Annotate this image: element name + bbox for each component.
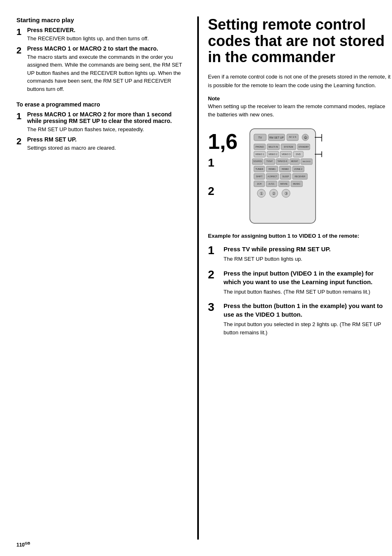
svg-text:RECEIVER: RECEIVER xyxy=(295,175,306,178)
remote-illustration-area: 1,6 1 2 TV RM SET UP AV 1/ 6 ⏻ xyxy=(208,127,392,225)
erase-step2-content: Press RM SET UP. Settings stored as macr… xyxy=(27,136,185,152)
right-step2-content: Press the input button (VIDEO 1 in the e… xyxy=(224,269,392,296)
svg-text:RM SET UP: RM SET UP xyxy=(270,136,284,139)
svg-text:SLEEP: SLEEP xyxy=(282,175,289,178)
right-step2-title: Press the input button (VIDEO 1 in the e… xyxy=(224,269,392,286)
svg-text:②: ② xyxy=(272,191,276,196)
svg-text:A.F.D.: A.F.D. xyxy=(269,183,275,185)
svg-text:VIDEO 2: VIDEO 2 xyxy=(268,153,277,155)
right-step-2: 2 Press the input button (VIDEO 1 in the… xyxy=(208,269,392,296)
svg-text:SYSTEM: SYSTEM xyxy=(284,146,293,148)
svg-text:TV/SAT: TV/SAT xyxy=(267,160,273,162)
left-step2-body: The macro starts and execute the command… xyxy=(27,53,185,93)
left-step1-num: 1 xyxy=(16,27,25,43)
svg-text:SA-CD/CD: SA-CD/CD xyxy=(303,160,311,162)
right-step1-num: 1 xyxy=(208,245,220,263)
right-step-1: 1 Press TV while pressing RM SET UP. The… xyxy=(208,245,392,263)
svg-text:ZONE 2: ZONE 2 xyxy=(294,168,302,170)
left-column: Starting macro play 1 Press RECEIVER. Th… xyxy=(16,16,197,540)
note-title: Note xyxy=(208,95,392,102)
svg-text:①: ① xyxy=(260,191,263,196)
svg-text:A.DIRECT: A.DIRECT xyxy=(268,175,277,178)
section2-title: To erase a programmed macro xyxy=(16,101,185,108)
svg-text:HDMI2: HDMI2 xyxy=(282,168,289,170)
remote-step-numbers: 1,6 1 2 xyxy=(208,127,238,199)
erase-step1-content: Press MACRO 1 or MACRO 2 for more than 1… xyxy=(27,111,185,134)
remote-svg-container: TV RM SET UP AV 1/ 6 ⏻ PHONO MULTI IN SY… xyxy=(242,127,324,225)
section-erase-macro: To erase a programmed macro 1 Press MACR… xyxy=(16,101,185,152)
svg-text:DVD: DVD xyxy=(296,153,301,155)
svg-text:AV 1/ 6: AV 1/ 6 xyxy=(289,136,296,138)
remote-step-2: 2 xyxy=(208,184,238,199)
left-step1-title: Press RECEIVER. xyxy=(27,27,185,33)
left-step2-content: Press MACRO 1 or MACRO 2 to start the ma… xyxy=(27,45,185,93)
erase-step1-num: 1 xyxy=(16,111,25,134)
svg-text:③: ③ xyxy=(284,191,288,196)
erase-step2-num: 2 xyxy=(16,136,25,152)
example-heading: Example for assigning button 1 to VIDEO … xyxy=(208,233,392,239)
svg-text:2CH: 2CH xyxy=(257,183,262,185)
right-step-3: 3 Press the button (button 1 in the exam… xyxy=(208,301,392,336)
left-step2-num: 2 xyxy=(16,45,25,93)
right-step3-num: 3 xyxy=(208,301,220,336)
right-step3-content: Press the button (button 1 in the exampl… xyxy=(224,301,392,336)
erase-step1-title: Press MACRO 1 or MACRO 2 for more than 1… xyxy=(27,111,185,124)
svg-text:TUNER: TUNER xyxy=(256,168,263,170)
left-step-1: 1 Press RECEIVER. The RECEIVER button li… xyxy=(16,27,185,43)
svg-text:HDMI1: HDMI1 xyxy=(269,168,276,170)
right-step3-body: The input button you selected in step 2 … xyxy=(224,320,392,336)
svg-text:SHIFT: SHIFT xyxy=(256,175,263,178)
erase-step-1: 1 Press MACRO 1 or MACRO 2 for more than… xyxy=(16,111,185,134)
left-step2-title: Press MACRO 1 or MACRO 2 to start the ma… xyxy=(27,45,185,52)
remote-image: TV RM SET UP AV 1/ 6 ⏻ PHONO MULTI IN SY… xyxy=(242,127,324,225)
left-step1-body: The RECEIVER button lights up, and then … xyxy=(27,35,185,43)
svg-text:⏻: ⏻ xyxy=(304,136,307,139)
svg-text:MULTI IN: MULTI IN xyxy=(269,146,278,148)
erase-step1-body: The RM SET UP button flashes twice, repe… xyxy=(27,125,185,134)
svg-text:TV: TV xyxy=(258,136,262,139)
section1-title: Starting macro play xyxy=(16,16,185,23)
remote-step-16: 1,6 xyxy=(208,131,238,152)
right-step2-num: 2 xyxy=(208,269,220,296)
erase-step-2: 2 Press RM SET UP. Settings stored as ma… xyxy=(16,136,185,152)
erase-step2-title: Press RM SET UP. xyxy=(27,136,185,143)
svg-text:VIDEO 3: VIDEO 3 xyxy=(281,153,291,155)
svg-text:MOVIE: MOVIE xyxy=(280,183,288,185)
note-body: When setting up the receiver to learn th… xyxy=(208,102,392,118)
right-step3-title: Press the button (button 1 in the exampl… xyxy=(224,301,392,319)
right-column: Setting remote control codes that are no… xyxy=(197,16,392,540)
right-step2-body: The input button flashes. (The RM SET UP… xyxy=(224,288,392,296)
svg-text:TAPE/CD-R: TAPE/CD-R xyxy=(277,160,288,162)
svg-text:MD/DAT: MD/DAT xyxy=(291,160,298,162)
svg-text:VIDEO 1: VIDEO 1 xyxy=(255,153,264,155)
right-step1-content: Press TV while pressing RM SET UP. The R… xyxy=(224,245,392,263)
remote-step-1: 1 xyxy=(208,155,238,170)
svg-text:STANDBY: STANDBY xyxy=(299,146,309,148)
left-step1-content: Press RECEIVER. The RECEIVER button ligh… xyxy=(27,27,185,43)
svg-text:SOURCE: SOURCE xyxy=(254,160,263,162)
right-step1-body: The RM SET UP button lights up. xyxy=(224,255,392,263)
note-box: Note When setting up the receiver to lea… xyxy=(208,95,392,118)
right-big-title: Setting remote control codes that are no… xyxy=(208,16,392,65)
svg-text:PHONO: PHONO xyxy=(256,146,264,148)
svg-text:MUSIC: MUSIC xyxy=(293,183,300,185)
right-intro: Even if a remote control code is not one… xyxy=(208,73,392,90)
erase-step2-body: Settings stored as macro are cleared. xyxy=(27,144,185,152)
section-starting-macro: Starting macro play 1 Press RECEIVER. Th… xyxy=(16,16,185,93)
page-number: 110GB xyxy=(16,541,30,548)
left-step-2: 2 Press MACRO 1 or MACRO 2 to start the … xyxy=(16,45,185,93)
right-step1-title: Press TV while pressing RM SET UP. xyxy=(224,245,392,253)
